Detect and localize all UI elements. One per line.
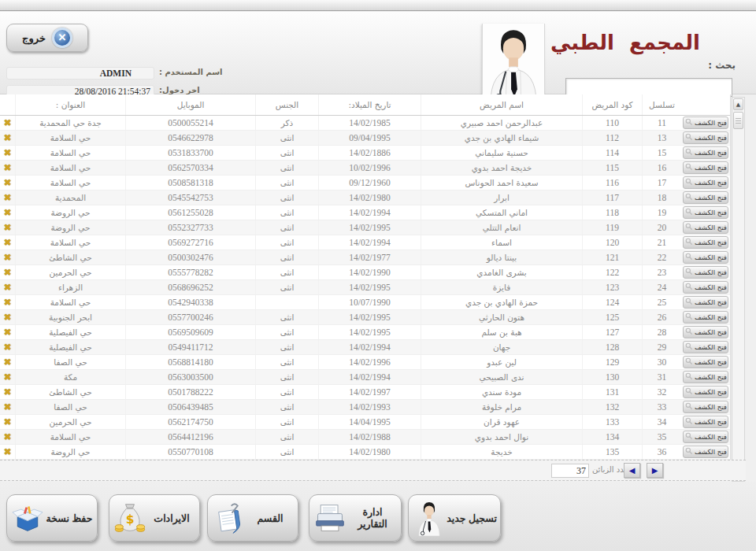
magnifier-icon <box>685 148 693 157</box>
table-row[interactable]: فتح الكشف 19 118 اماني المتسكي 14/02/199… <box>0 205 730 220</box>
table-row[interactable]: فتح الكشف 13 112 شيماء الهادي بن جدي 09/… <box>0 131 730 146</box>
open-record-button[interactable]: فتح الكشف <box>683 401 728 413</box>
table-row[interactable]: فتح الكشف 30 129 لين عبدو 14/02/1996 انث… <box>0 355 730 370</box>
open-record-button[interactable]: فتح الكشف <box>683 446 728 458</box>
cell-name: بينتا ديالو <box>421 250 582 264</box>
table-row[interactable]: فتح الكشف 23 122 بشرى الغامدي 14/02/1990… <box>0 265 730 280</box>
delete-icon[interactable]: ✖ <box>3 312 11 322</box>
cell-gender: انثى <box>255 205 318 220</box>
open-record-button[interactable]: فتح الكشف <box>683 341 728 353</box>
table-row[interactable]: فتح الكشف 21 120 اسماء 14/02/1994 انثى 0… <box>0 235 730 250</box>
table-row[interactable]: فتح الكشف 22 121 بينتا ديالو 14/02/1977 … <box>0 250 730 265</box>
cell-gender: انثى <box>255 445 318 459</box>
table-row[interactable]: فتح الكشف 26 125 هتون الحارثي 14/02/1995… <box>0 310 730 325</box>
open-record-button[interactable]: فتح الكشف <box>683 116 728 129</box>
open-record-button[interactable]: فتح الكشف <box>683 131 728 144</box>
delete-icon[interactable]: ✖ <box>3 357 11 367</box>
delete-icon[interactable]: ✖ <box>3 417 11 427</box>
open-record-label: فتح الكشف <box>695 343 727 351</box>
cell-address: حي السلامة <box>15 146 125 160</box>
table-row[interactable]: فتح الكشف 15 114 حسنية سليماني 14/02/188… <box>0 146 730 161</box>
reports-management-button[interactable]: ادارة التقارير <box>309 494 402 542</box>
revenues-button[interactable]: $ الايرادات <box>109 494 200 542</box>
moneybag-icon: $ <box>113 502 147 534</box>
vertical-scrollbar[interactable]: ▲ ▼ <box>732 97 745 482</box>
open-record-button[interactable]: فتح الكشف <box>683 431 728 443</box>
delete-icon[interactable]: ✖ <box>3 402 11 412</box>
magnifier-icon <box>685 432 693 442</box>
table-row[interactable]: فتح الكشف 29 128 جهان 14/02/1994 انثى 05… <box>0 340 730 355</box>
cell-mobile: 0563003500 <box>125 370 255 384</box>
scrollbar-thumb[interactable] <box>733 112 743 129</box>
open-record-button[interactable]: فتح الكشف <box>683 236 728 249</box>
delete-icon[interactable]: ✖ <box>3 342 11 352</box>
cell-dob: 14/02/1997 <box>318 385 421 399</box>
open-record-button[interactable]: فتح الكشف <box>683 266 728 279</box>
open-record-button[interactable]: فتح الكشف <box>683 326 728 338</box>
save-copy-button[interactable]: حفظ نسخة <box>6 494 98 542</box>
delete-icon[interactable]: ✖ <box>3 372 11 382</box>
open-record-button[interactable]: فتح الكشف <box>683 296 728 309</box>
open-record-button[interactable]: فتح الكشف <box>683 176 728 189</box>
cell-serial: 20 <box>642 220 681 235</box>
cell-name: فايزة <box>421 280 582 294</box>
nav-previous-button[interactable]: ◀ <box>624 463 640 478</box>
delete-icon[interactable]: ✖ <box>3 148 11 157</box>
open-record-button[interactable]: فتح الكشف <box>683 206 728 219</box>
open-record-button[interactable]: فتح الكشف <box>683 191 728 204</box>
table-row[interactable]: فتح الكشف 31 130 ندى الصبيحي 14/02/1994 … <box>0 370 730 385</box>
open-record-button[interactable]: فتح الكشف <box>683 311 728 324</box>
table-row[interactable]: فتح الكشف 35 134 نوال احمد بدوي 14/02/19… <box>0 430 730 445</box>
table-row[interactable]: فتح الكشف 33 132 مرام خلوفة 14/02/1993 ا… <box>0 400 730 415</box>
table-row[interactable]: فتح الكشف 34 133 عهود قران 14/04/1995 ان… <box>0 415 730 430</box>
delete-icon[interactable]: ✖ <box>3 253 11 262</box>
department-button[interactable]: القسم <box>207 494 298 542</box>
delete-icon[interactable]: ✖ <box>3 298 11 307</box>
open-record-button[interactable]: فتح الكشف <box>683 221 728 234</box>
exit-button[interactable]: خروج ✕ <box>6 24 88 52</box>
delete-icon[interactable]: ✖ <box>3 268 11 277</box>
cell-mobile: 0562570334 <box>125 161 255 175</box>
delete-icon[interactable]: ✖ <box>3 118 11 128</box>
cell-address: حي السلامة <box>15 295 125 309</box>
delete-icon[interactable]: ✖ <box>3 238 11 247</box>
new-registration-button[interactable]: تسجيل جديد <box>408 494 501 542</box>
delete-icon[interactable]: ✖ <box>3 133 11 142</box>
open-record-button[interactable]: فتح الكشف <box>683 416 728 428</box>
nav-next-button[interactable]: ▶ <box>647 463 663 478</box>
open-record-button[interactable]: فتح الكشف <box>683 281 728 294</box>
table-row[interactable]: فتح الكشف 16 115 خديجة احمد بدوي 10/02/1… <box>0 161 730 176</box>
delete-icon[interactable]: ✖ <box>3 163 11 172</box>
table-row[interactable]: فتح الكشف 11 110 عبدالرحمن احمد صبيري 14… <box>0 116 730 131</box>
cell-gender: انثى <box>255 325 318 339</box>
table-row[interactable]: فتح الكشف 24 123 فايزة 14/02/1995 انثى 0… <box>0 280 730 295</box>
delete-icon[interactable]: ✖ <box>3 208 11 217</box>
delete-icon[interactable]: ✖ <box>3 223 11 232</box>
open-record-label: فتح الكشف <box>695 239 727 246</box>
open-record-button[interactable]: فتح الكشف <box>683 161 728 174</box>
open-record-button[interactable]: فتح الكشف <box>683 146 728 159</box>
table-row[interactable]: فتح الكشف 20 119 انعام التتلي 14/02/1995… <box>0 220 730 235</box>
open-record-button[interactable]: فتح الكشف <box>683 356 728 368</box>
table-row[interactable]: فتح الكشف 32 131 مودة سندي 14/02/1997 ان… <box>0 385 730 400</box>
open-record-button[interactable]: فتح الكشف <box>683 371 728 383</box>
cell-dob: 09/12/1960 <box>318 176 421 190</box>
table-row[interactable]: فتح الكشف 36 135 خديجة 14/02/1980 انثى 0… <box>0 445 730 460</box>
delete-icon[interactable]: ✖ <box>3 193 11 202</box>
table-row[interactable]: فتح الكشف 17 116 سعيدة احمد الحوناس 09/1… <box>0 176 730 190</box>
cell-serial: 33 <box>642 400 681 414</box>
delete-icon[interactable]: ✖ <box>3 178 11 187</box>
delete-icon[interactable]: ✖ <box>3 283 11 292</box>
table-row[interactable]: فتح الكشف 18 117 ابرار 14/02/1980 انثى 0… <box>0 190 730 205</box>
delete-icon[interactable]: ✖ <box>3 447 11 457</box>
scroll-up-icon[interactable]: ▲ <box>733 98 743 110</box>
open-record-button[interactable]: فتح الكشف <box>683 386 728 398</box>
open-record-label: فتح الكشف <box>695 164 727 172</box>
table-row[interactable]: فتح الكشف 28 127 هبة بن سلم 14/02/1995 ا… <box>0 325 730 340</box>
delete-icon[interactable]: ✖ <box>3 327 11 337</box>
open-record-label: فتح الكشف <box>695 283 727 291</box>
delete-icon[interactable]: ✖ <box>3 387 11 397</box>
delete-icon[interactable]: ✖ <box>3 432 11 442</box>
table-row[interactable]: فتح الكشف 25 124 حمزة الهادي بن جدي 10/0… <box>0 295 730 310</box>
open-record-button[interactable]: فتح الكشف <box>683 251 728 264</box>
